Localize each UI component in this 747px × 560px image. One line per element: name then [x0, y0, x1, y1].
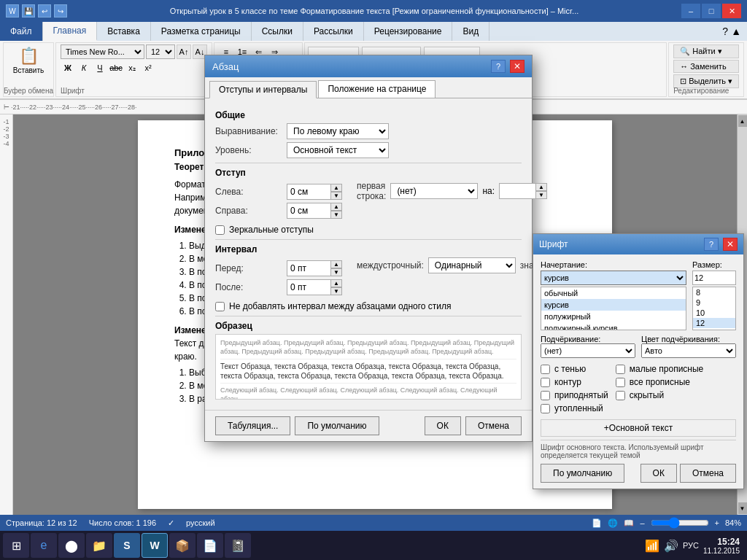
after-up[interactable]: ▲ — [330, 279, 342, 287]
size-list-item-selected[interactable]: 12 — [693, 318, 735, 328]
checkboxes-right: малые прописные все прописные скрытый — [616, 361, 704, 416]
podch-col: Подчёркивание: (нет) — [541, 335, 635, 358]
font-size-col: Размер: 8 9 10 12 14 — [692, 260, 736, 330]
outline-label: контур — [554, 377, 581, 387]
sunken-cb[interactable] — [541, 404, 550, 413]
indent-left-row: Слева: ▲ ▼ — [215, 184, 342, 200]
sample-main-text: Текст Образца, текста Образца, текста Об… — [220, 359, 516, 384]
dialog-close-btn[interactable]: ✕ — [510, 60, 525, 73]
nacertanie-list[interactable]: обычный курсив полужирный полужирный кур… — [541, 287, 686, 330]
dialog-title-bar: Абзац ? ✕ — [205, 55, 532, 77]
modal-overlay: Абзац ? ✕ Отступы и интервалы Положение … — [0, 0, 747, 560]
no-extra-interval-checkbox[interactable] — [215, 302, 225, 311]
indent-left-down[interactable]: ▼ — [330, 192, 342, 200]
indent-right-up[interactable]: ▲ — [330, 203, 342, 211]
small-caps-cb-row: малые прописные — [616, 364, 704, 374]
font-footer-right: ОК Отмена — [640, 464, 736, 483]
default-btn[interactable]: По умолчанию — [295, 416, 379, 435]
sample-prev-text: Предыдущий абзац. Предыдущий абзац. Пред… — [220, 339, 516, 356]
after-spin: ▲ ▼ — [287, 279, 342, 295]
all-caps-cb[interactable] — [616, 378, 625, 387]
font-list-item-selected[interactable]: курсив — [541, 299, 686, 311]
first-line-spinbtns: ▲ ▼ — [535, 183, 547, 199]
shadow-cb[interactable] — [541, 365, 550, 374]
after-spinbtns: ▲ ▼ — [330, 279, 342, 295]
before-spinbtns: ▲ ▼ — [330, 260, 342, 276]
font-ok-btn[interactable]: ОК — [640, 464, 677, 483]
size-list-item[interactable]: 10 — [693, 308, 735, 318]
indent-right-row: Справа: ▲ ▼ — [215, 203, 342, 219]
size-list-item[interactable]: 8 — [693, 287, 735, 298]
align-row: Выравнивание: По левому краю По центру П… — [215, 123, 522, 139]
dialog-tabs: Отступы и интервалы Положение на страниц… — [205, 77, 532, 98]
size-list-item[interactable]: 14 — [693, 328, 735, 330]
all-caps-label: все прописные — [630, 377, 690, 387]
indent-right-down[interactable]: ▼ — [330, 211, 342, 219]
before-up[interactable]: ▲ — [330, 260, 342, 268]
raised-cb[interactable] — [541, 391, 550, 400]
cvet-select[interactable]: Авто — [641, 343, 736, 358]
divider2 — [215, 239, 522, 240]
font-list-item[interactable]: обычный — [541, 287, 686, 299]
outline-cb-row: контур — [541, 377, 608, 387]
podcherkivanie-row: Подчёркивание: (нет) Цвет подчёркивания:… — [541, 335, 736, 358]
dialog-title: Абзац — [212, 61, 239, 72]
size-list[interactable]: 8 9 10 12 14 — [692, 287, 736, 330]
font-dialog-help[interactable]: ? — [704, 238, 719, 251]
tab-indents-intervals[interactable]: Отступы и интервалы — [209, 81, 317, 98]
indent-left-spin: ▲ ▼ — [287, 184, 342, 200]
first-line-value-input[interactable] — [499, 183, 535, 199]
after-row: После: ▲ ▼ — [215, 279, 342, 295]
shadow-cb-row: с тенью — [541, 364, 608, 374]
nacertanie-label: Начертание: — [541, 260, 686, 269]
raised-label: приподнятый — [554, 390, 608, 400]
no-extra-interval-label: Не добавлять интервал между абзацами одн… — [229, 301, 452, 311]
nacertanie-select[interactable]: курсив обычный полужирный полужирный кур… — [541, 271, 686, 285]
align-select[interactable]: По левому краю По центру По правому краю… — [287, 123, 389, 139]
cvet-label: Цвет подчёркивания: — [641, 335, 736, 343]
hidden-cb[interactable] — [616, 391, 625, 400]
small-caps-cb[interactable] — [616, 365, 625, 374]
mirror-checkbox[interactable] — [215, 225, 225, 235]
font-dialog-close[interactable]: ✕ — [723, 238, 738, 251]
checkboxes-container: с тенью контур приподнятый утопленный ма… — [541, 361, 736, 416]
size-list-item[interactable]: 9 — [693, 298, 735, 308]
checkboxes-left: с тенью контур приподнятый утопленный — [541, 361, 608, 416]
section-indent-header: Отступ — [215, 168, 522, 178]
before-spin: ▲ ▼ — [287, 260, 342, 276]
podch-select[interactable]: (нет) — [541, 343, 635, 358]
mirror-row: Зеркальные отступы — [215, 225, 522, 235]
dialog-body: Общие Выравнивание: По левому краю По це… — [205, 98, 532, 410]
size-input[interactable] — [692, 271, 736, 285]
interval-container: Перед: ▲ ▼ После: — [215, 257, 522, 298]
indent-left-input[interactable] — [287, 184, 330, 200]
podch-label: Подчёркивание: — [541, 335, 635, 343]
font-list-item[interactable]: полужирный — [541, 311, 686, 322]
line-spacing-select[interactable]: Одинарный 1,5 строки Двойной Минимум Точ… — [428, 257, 516, 273]
outline-cb[interactable] — [541, 378, 550, 387]
font-list-item[interactable]: полужирный курсив — [541, 322, 686, 330]
font-cancel-btn[interactable]: Отмена — [680, 464, 736, 483]
sunken-label: утопленный — [554, 403, 603, 413]
before-input[interactable] — [287, 260, 330, 276]
before-down[interactable]: ▼ — [330, 268, 342, 276]
first-line-up[interactable]: ▲ — [535, 183, 547, 191]
indent-right-label: Справа: — [215, 206, 281, 216]
font-default-btn[interactable]: По умолчанию — [541, 464, 624, 483]
raised-cb-row: приподнятый — [541, 390, 608, 400]
first-line-select[interactable]: (нет) Отступ Выступ — [390, 183, 478, 199]
section-interval-header: Интервал — [215, 244, 522, 254]
tab-position-on-page[interactable]: Положение на странице — [318, 80, 436, 98]
tabulation-btn[interactable]: Табуляция... — [215, 416, 290, 435]
dialog-help-btn[interactable]: ? — [491, 60, 506, 73]
level-select[interactable]: Основной текст Уровень 1 Уровень 2 — [287, 142, 389, 158]
first-line-down[interactable]: ▼ — [535, 191, 547, 199]
ok-btn[interactable]: ОК — [425, 416, 461, 435]
after-down[interactable]: ▼ — [330, 287, 342, 295]
after-input[interactable] — [287, 279, 330, 295]
indent-right-input[interactable] — [287, 203, 330, 219]
indent-left-up[interactable]: ▲ — [330, 184, 342, 192]
first-line-value-spin: ▲ ▼ — [499, 183, 547, 199]
sample-next-text: Следующий абзац. Следующий абзац. Следую… — [220, 386, 516, 400]
cancel-btn[interactable]: Отмена — [465, 416, 522, 435]
